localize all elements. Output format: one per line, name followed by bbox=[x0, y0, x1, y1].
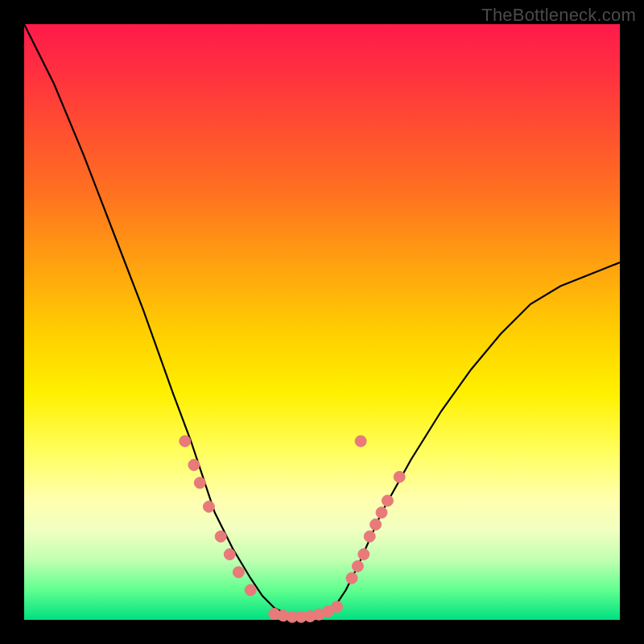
highlight-dot bbox=[394, 471, 405, 482]
highlight-dot bbox=[346, 572, 357, 584]
curve-svg bbox=[24, 24, 620, 620]
highlight-dot bbox=[233, 567, 244, 578]
highlight-dot bbox=[224, 549, 235, 560]
highlight-dot bbox=[355, 436, 366, 447]
highlight-dot bbox=[194, 477, 205, 489]
highlight-dot bbox=[370, 519, 382, 530]
highlight-dot bbox=[203, 501, 214, 512]
highlight-dot bbox=[364, 530, 375, 542]
chart-frame: TheBottleneck.com bbox=[0, 0, 644, 644]
highlight-dot bbox=[352, 560, 363, 572]
highlight-dot bbox=[332, 601, 343, 613]
highlight-dot bbox=[358, 549, 369, 560]
bottleneck-curve bbox=[24, 24, 620, 617]
highlight-dot bbox=[188, 460, 200, 471]
highlight-dot bbox=[180, 436, 191, 447]
highlight-dot bbox=[245, 584, 256, 596]
highlight-dot bbox=[382, 495, 393, 506]
plot-area bbox=[24, 24, 620, 620]
highlight-dots bbox=[180, 436, 405, 622]
highlight-dot bbox=[376, 507, 387, 518]
watermark-text: TheBottleneck.com bbox=[481, 5, 636, 26]
highlight-dot bbox=[215, 530, 226, 542]
